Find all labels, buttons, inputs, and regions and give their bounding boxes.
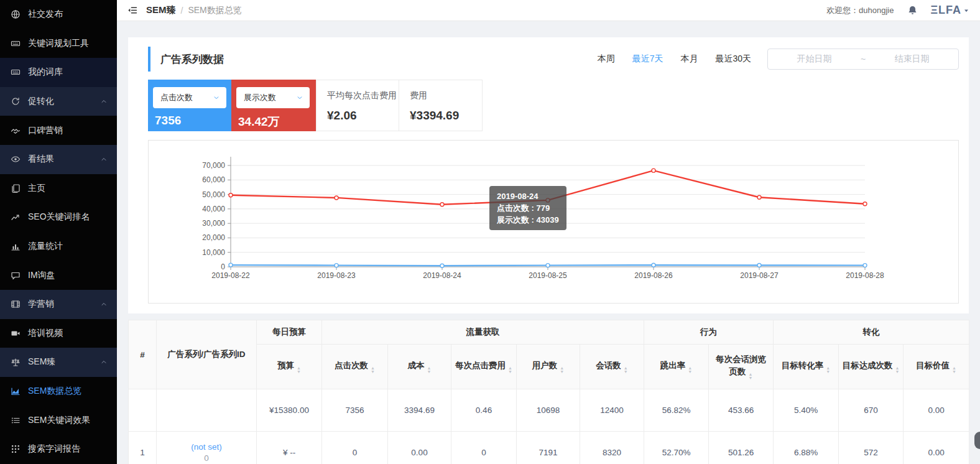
sidebar-item-8[interactable]: SEO关键词排名: [0, 203, 117, 232]
sort-icon[interactable]: ▲▼: [624, 366, 628, 374]
sidebar-item-1[interactable]: 社交发布: [0, 0, 117, 29]
sidebar-item-13[interactable]: SEM臻: [0, 348, 117, 377]
filter-1[interactable]: 本周: [598, 53, 615, 65]
sidebar-item-15[interactable]: SEM关键词效果: [0, 406, 117, 435]
card-header: 广告系列数据 本周最近7天本月最近30天 开始日期 ~ 结束日期: [148, 47, 959, 72]
stat-value: ¥2.06: [327, 109, 399, 123]
cell-value: 7356: [322, 389, 388, 432]
column-header[interactable]: 每次会话浏览页数▲▼: [709, 345, 774, 389]
sort-icon[interactable]: ▲▼: [427, 366, 432, 374]
stat-value: 34.42万: [238, 114, 316, 130]
sidebar-item-6[interactable]: 看结果: [0, 145, 117, 174]
sidebar-item-10[interactable]: IM询盘: [0, 261, 117, 290]
breadcrumb-primary[interactable]: SEM臻: [146, 4, 176, 16]
column-header[interactable]: 目标达成次数▲▼: [839, 345, 904, 389]
list-icon: [11, 415, 21, 425]
sidebar-item-label: 我的词库: [28, 67, 63, 78]
column-header[interactable]: 点击次数▲▼: [322, 345, 388, 389]
sidebar: 社交发布关键词规划工具我的词库促转化口碑营销看结果主页SEO关键词排名流量统计I…: [0, 0, 117, 464]
metric-select[interactable]: 点击次数: [153, 87, 226, 108]
sort-icon[interactable]: ▲▼: [688, 366, 692, 374]
svg-text:0: 0: [221, 262, 225, 271]
column-header[interactable]: 目标价值▲▼: [904, 345, 969, 389]
caret-down-icon: [963, 7, 970, 14]
date-range-separator: ~: [861, 54, 866, 64]
svg-text:2019-08-23: 2019-08-23: [317, 271, 356, 280]
cell-value: 52.70%: [644, 432, 709, 464]
sort-icon[interactable]: ▲▼: [952, 366, 956, 374]
svg-text:2019-08-26: 2019-08-26: [634, 271, 673, 280]
metric-select-label: 点击次数: [160, 92, 193, 103]
filter-4[interactable]: 最近30天: [715, 53, 751, 65]
menu-fold-icon[interactable]: [127, 5, 137, 16]
cell-value: 8320: [580, 432, 644, 464]
pages-icon: [11, 183, 21, 193]
stat-card-2: 展示次数34.42万: [231, 80, 316, 131]
table-row: 1(not set)0¥ --00.0007191832052.70%501.2…: [129, 432, 969, 464]
svg-text:2019-08-28: 2019-08-28: [846, 271, 884, 280]
caret-down-icon[interactable]: [963, 7, 970, 14]
campaign-link[interactable]: (not set): [157, 442, 256, 452]
sidebar-item-label: 口碑营销: [28, 125, 63, 136]
chevron-up-icon: [100, 98, 108, 105]
column-header[interactable]: 预算▲▼: [257, 345, 322, 389]
column-header[interactable]: 目标转化率▲▼: [774, 345, 839, 389]
bell-icon[interactable]: [907, 5, 918, 16]
filter-3[interactable]: 本月: [680, 53, 698, 65]
column-header[interactable]: 每次点击费用▲▼: [451, 345, 517, 389]
sidebar-item-2[interactable]: 关键词规划工具: [0, 29, 117, 58]
column-header[interactable]: 成本▲▼: [388, 345, 451, 389]
sidebar-item-12[interactable]: 培训视频: [0, 319, 117, 348]
start-date-input[interactable]: 开始日期: [768, 53, 861, 65]
grid-icon: [11, 444, 21, 454]
svg-text:2019-08-25: 2019-08-25: [529, 271, 567, 280]
sort-icon[interactable]: ▲▼: [297, 366, 301, 374]
svg-text:2019-08-27: 2019-08-27: [740, 271, 779, 280]
sidebar-item-label: 关键词规划工具: [28, 38, 89, 49]
svg-text:20,000: 20,000: [202, 233, 225, 242]
svg-text:2019-08-24: 2019-08-24: [423, 271, 461, 280]
column-header[interactable]: 会话数▲▼: [580, 345, 644, 389]
menu-fold-icon: [127, 5, 137, 16]
stat-cards-row: 点击次数7356展示次数34.42万平均每次点击费用¥2.06费用¥3394.6…: [148, 80, 959, 131]
sort-icon[interactable]: ▲▼: [371, 366, 375, 374]
svg-text:40,000: 40,000: [202, 205, 225, 213]
sidebar-item-11[interactable]: 学营销: [0, 290, 117, 319]
cell-value: 0.46: [451, 389, 517, 432]
sidebar-item-16[interactable]: 搜索字词报告: [0, 435, 117, 464]
sidebar-item-14[interactable]: SEM数据总览: [0, 377, 117, 406]
sort-icon[interactable]: ▲▼: [508, 366, 512, 374]
trend-icon: [11, 212, 21, 222]
filter-2[interactable]: 最近7天: [632, 53, 663, 65]
cell-value: 0.00: [904, 389, 969, 432]
handshake-icon: [11, 126, 21, 136]
metric-select[interactable]: 展示次数: [236, 87, 310, 108]
cell-value: 3394.69: [388, 389, 451, 432]
sidebar-item-3[interactable]: 我的词库: [0, 58, 117, 87]
breadcrumb-separator: /: [181, 6, 183, 16]
svg-text:10,000: 10,000: [202, 248, 225, 257]
logo[interactable]: ΞLFA: [930, 4, 961, 17]
sidebar-item-label: 学营销: [28, 299, 54, 310]
sort-icon[interactable]: ▲▼: [749, 373, 753, 380]
cell-value: 0.00: [388, 432, 451, 464]
sidebar-item-7[interactable]: 主页: [0, 174, 117, 203]
date-range-picker[interactable]: 开始日期 ~ 结束日期: [767, 49, 959, 70]
column-group-header: 流量获取: [322, 320, 644, 345]
cell-value: 0: [322, 432, 388, 464]
chart-tooltip: 2019-08-24 点击次数 : 779 展示次数 : 43039: [489, 186, 566, 230]
column-header[interactable]: 跳出率▲▼: [644, 345, 709, 389]
table-row: ¥15380.0073563394.690.46106981240056.82%…: [129, 389, 969, 432]
sidebar-item-4[interactable]: 促转化: [0, 87, 117, 116]
sidebar-item-5[interactable]: 口碑营销: [0, 116, 117, 145]
card-title: 广告系列数据: [160, 52, 224, 67]
sidebar-item-9[interactable]: 流量统计: [0, 232, 117, 261]
sort-icon[interactable]: ▲▼: [826, 366, 830, 374]
end-date-input[interactable]: 结束日期: [866, 53, 958, 65]
cell-value: 5.40%: [774, 389, 839, 432]
column-group-header: 行为: [644, 320, 774, 345]
column-header[interactable]: 用户数▲▼: [517, 345, 580, 389]
sort-icon[interactable]: ▲▼: [895, 366, 900, 374]
floating-widget[interactable]: [974, 432, 980, 449]
sort-icon[interactable]: ▲▼: [560, 366, 564, 374]
